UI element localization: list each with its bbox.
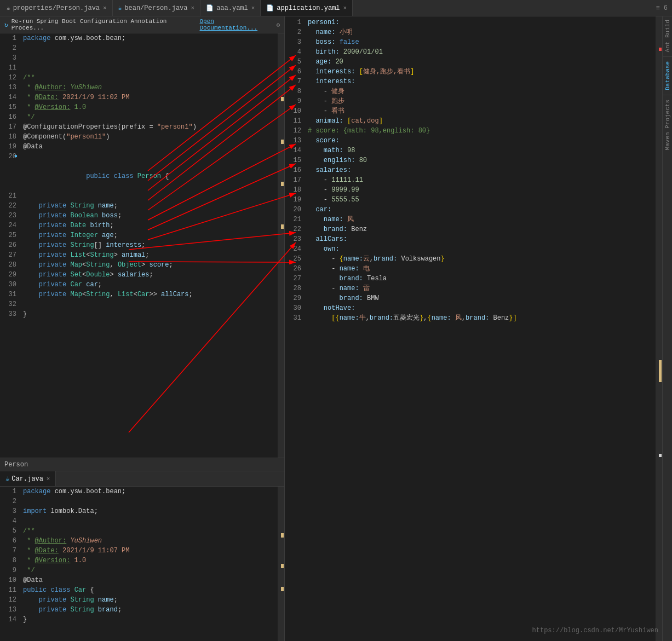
yaml-line-25: 25 - {name:云,brand: Volkswagen} bbox=[285, 254, 672, 264]
yaml-line-17: 17 - 11111.11 bbox=[285, 175, 672, 185]
yaml-line-11: 11 animal: [cat,dog] bbox=[285, 116, 672, 126]
yaml-line-31: 31 [{name:牛,brand:五菱宏光},{name: 风,brand: … bbox=[285, 313, 672, 323]
yaml-line-12: 12 # score: {math: 98,english: 80} bbox=[285, 126, 672, 136]
yaml-line-3: 3 boss: false bbox=[285, 37, 672, 47]
car-line-10: 10 @Data bbox=[0, 575, 284, 585]
code-line-28: 28 private Map<String, Object> score; bbox=[0, 260, 284, 270]
yaml-editor[interactable]: 1 person1: 2 name: 小明 3 boss: false 4 bi… bbox=[285, 16, 672, 641]
sidebar-divider-2 bbox=[663, 95, 672, 95]
code-line-30: 30 private Car car; bbox=[0, 280, 284, 290]
close-banner-icon[interactable]: ⚙ bbox=[276, 21, 280, 28]
code-line-15: 15 * @Version: 1.0 bbox=[0, 102, 284, 112]
car-line-2: 2 bbox=[0, 496, 284, 506]
car-scroll-marker bbox=[281, 533, 284, 538]
tab-car-java[interactable]: ☕ Car.java × bbox=[0, 471, 56, 486]
code-line-32: 32 bbox=[0, 299, 284, 309]
yaml-line-24: 24 own: bbox=[285, 244, 672, 254]
yaml-line-20: 20 car: bbox=[285, 205, 672, 215]
yaml-editor-panel: 1 person1: 2 name: 小明 3 boss: false 4 bi… bbox=[285, 16, 672, 641]
maven-projects-label[interactable]: Maven Projects bbox=[663, 96, 672, 153]
yaml-pos-marker bbox=[659, 454, 662, 457]
yaml-line-9: 9 - 跑步 bbox=[285, 96, 672, 106]
scroll-marker-4 bbox=[281, 224, 284, 229]
car-scroll-marker-2 bbox=[281, 564, 284, 568]
yaml-active-file-icon: 📄 bbox=[266, 4, 274, 11]
person-java-editor[interactable]: 1 package com.ysw.boot.bean; 2 3 bbox=[0, 33, 284, 458]
code-line-29: 29 private Set<Double> salaries; bbox=[0, 270, 284, 280]
scroll-marker-1 bbox=[281, 97, 284, 101]
code-line-17: 17 @ConfigurationProperties(prefix = "pe… bbox=[0, 122, 284, 132]
tab-bar: ☕ properties/Person.java × ☕ bean/Person… bbox=[0, 0, 672, 16]
code-line-11: 11 bbox=[0, 63, 284, 73]
car-line-14: 14 } bbox=[0, 615, 284, 625]
yaml-line-26: 26 - name: 电 bbox=[285, 264, 672, 274]
yaml-line-30: 30 notHave: bbox=[285, 303, 672, 313]
code-line-18: 18 @Component("person11") bbox=[0, 132, 284, 142]
car-line-11: 11 public class Car { bbox=[0, 585, 284, 595]
yaml-line-22: 22 brand: Benz bbox=[285, 224, 672, 234]
yaml-line-29: 29 brand: BMW bbox=[285, 293, 672, 303]
car-line-12: 12 private String name; bbox=[0, 595, 284, 605]
yaml-line-7: 7 interests: bbox=[285, 77, 672, 86]
yaml-line-28: 28 - name: 雷 bbox=[285, 284, 672, 293]
car-line-5: 5 /** bbox=[0, 526, 284, 536]
code-line-12: 12 /** bbox=[0, 73, 284, 83]
java-file-icon-2: ☕ bbox=[118, 4, 122, 11]
database-label[interactable]: Database bbox=[663, 58, 672, 94]
code-line-16: 16 */ bbox=[0, 112, 284, 122]
yaml-line-10: 10 - 看书 bbox=[285, 106, 672, 116]
car-java-editor[interactable]: 1 package com.ysw.boot.bean; 2 3 import … bbox=[0, 487, 284, 641]
tab-bean-person[interactable]: ☕ bean/Person.java × bbox=[113, 0, 200, 16]
yaml-error-marker bbox=[659, 48, 662, 51]
car-line-7: 7 * @Date: 2021/1/9 11:07 PM bbox=[0, 546, 284, 556]
yaml-line-21: 21 name: 风 bbox=[285, 215, 672, 224]
person-class-label: Person bbox=[0, 458, 284, 471]
yaml-line-8: 8 - 健身 bbox=[285, 86, 672, 96]
code-line-33: 33 } bbox=[0, 309, 284, 319]
scroll-marker-3 bbox=[281, 182, 284, 186]
car-line-8: 8 * @Version: 1.0 bbox=[0, 556, 284, 565]
yaml-file-icon: 📄 bbox=[206, 4, 214, 11]
code-line-31: 31 private Map<String, List<Car>> allCar… bbox=[0, 290, 284, 299]
open-docs-link[interactable]: Open Documentation... bbox=[200, 18, 273, 31]
yaml-line-27: 27 brand: Tesla bbox=[285, 274, 672, 284]
scroll-marker-2 bbox=[281, 140, 284, 144]
code-line-13: 13 * @Author: YuShiwen bbox=[0, 83, 284, 93]
code-line-22: 22 private String name; bbox=[0, 201, 284, 211]
watermark-text: https://blog.csdn.net/MrYushiwen bbox=[532, 627, 658, 634]
yaml-line-23: 23 allCars: bbox=[285, 234, 672, 244]
code-line-21: 21 bbox=[0, 191, 284, 201]
tab-application-yaml[interactable]: 📄 application.yaml × bbox=[261, 0, 353, 16]
code-line-2: 2 bbox=[0, 43, 284, 53]
car-line-1: 1 package com.ysw.boot.bean; bbox=[0, 487, 284, 496]
car-tab-bar: ☕ Car.java × bbox=[0, 471, 284, 487]
yaml-scroll-marker bbox=[659, 360, 662, 382]
close-tab-icon[interactable]: × bbox=[103, 5, 107, 11]
yaml-line-19: 19 - 5555.55 bbox=[285, 195, 672, 205]
close-car-tab-icon[interactable]: × bbox=[47, 476, 50, 482]
right-sidebar: Ant Build Database Maven Projects bbox=[662, 16, 672, 641]
car-line-6: 6 * @Author: YuShiwen bbox=[0, 536, 284, 546]
close-tab-4-icon[interactable]: × bbox=[343, 5, 347, 11]
sidebar-divider-1 bbox=[663, 56, 672, 57]
yaml-line-13: 13 score: bbox=[285, 136, 672, 146]
tab-counter[interactable]: ≡ 6 bbox=[656, 4, 672, 12]
yaml-line-2: 2 name: 小明 bbox=[285, 27, 672, 37]
car-line-4: 4 bbox=[0, 516, 284, 526]
code-line-23: 23 private Boolean boss; bbox=[0, 211, 284, 221]
code-line-19: 19 @Data bbox=[0, 142, 284, 152]
tab-aaa-yaml[interactable]: 📄 aaa.yaml × bbox=[200, 0, 261, 16]
code-line-20: 20 ● public class Person { bbox=[0, 152, 284, 191]
ant-build-label[interactable]: Ant Build bbox=[663, 16, 672, 55]
close-tab-2-icon[interactable]: × bbox=[191, 5, 195, 11]
code-line-1: 1 package com.ysw.boot.bean; bbox=[0, 33, 284, 43]
yaml-line-4: 4 birth: 2000/01/01 bbox=[285, 47, 672, 57]
yaml-line-15: 15 english: 80 bbox=[285, 155, 672, 165]
car-line-3: 3 import lombok.Data; bbox=[0, 506, 284, 516]
close-tab-3-icon[interactable]: × bbox=[251, 5, 255, 11]
code-line-24: 24 private Date birth; bbox=[0, 221, 284, 230]
tab-properties-person[interactable]: ☕ properties/Person.java × bbox=[1, 0, 113, 16]
car-line-13: 13 private String brand; bbox=[0, 605, 284, 615]
car-line-9: 9 */ bbox=[0, 565, 284, 575]
code-line-27: 27 private List<String> animal; bbox=[0, 250, 284, 260]
